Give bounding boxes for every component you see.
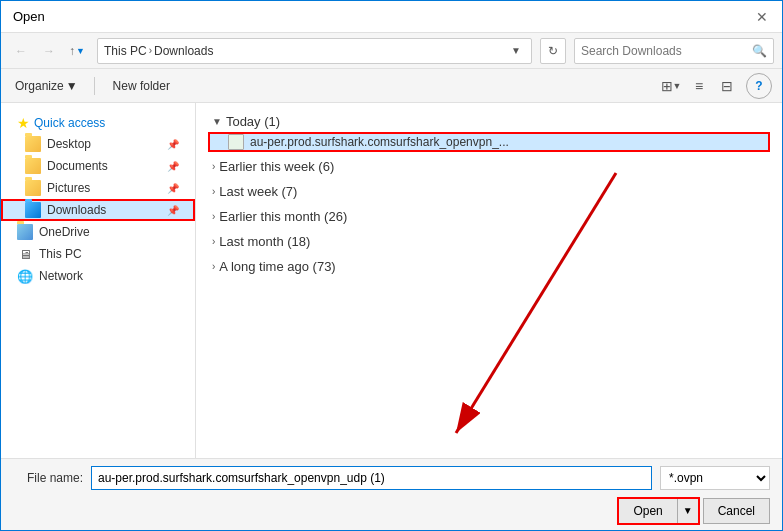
quick-access-header: ★ Quick access [1,111,195,133]
file-group-earlier-month: › Earlier this month (26) [208,206,770,227]
grid-view-dropdown-icon[interactable]: ▼ [673,81,682,91]
new-folder-label: New folder [113,79,170,93]
file-group-header-last-week[interactable]: › Last week (7) [208,181,770,202]
forward-button[interactable]: → [37,39,61,63]
sidebar-item-onedrive[interactable]: OneDrive [1,221,195,243]
view-buttons: ⊞ ▼ ≡ ⊟ ? [658,73,772,99]
file-group-long-ago: › A long time ago (73) [208,256,770,277]
pictures-folder-icon [25,180,41,196]
quick-access-label: Quick access [34,116,105,130]
file-group-title: Earlier this month (26) [219,209,347,224]
action-row: Open ▼ Cancel [13,498,770,524]
filename-label: File name: [13,471,83,485]
navigation-toolbar: ← → ↑ ▼ This PC › Downloads ▼ ↻ 🔍 [1,33,782,69]
open-button-dropdown[interactable]: ▼ [678,499,698,523]
main-content: ★ Quick access Desktop 📌 Documents 📌 Pic… [1,103,782,458]
file-group-title: Last week (7) [219,184,297,199]
filename-row: File name: *.ovpn [13,466,770,490]
list-view-icon: ≡ [695,78,703,94]
grid-view-button[interactable]: ⊞ ▼ [658,73,684,99]
sidebar: ★ Quick access Desktop 📌 Documents 📌 Pic… [1,103,196,458]
help-button[interactable]: ? [746,73,772,99]
file-group-header-today[interactable]: ▼ Today (1) [208,111,770,132]
filename-input[interactable] [91,466,652,490]
sidebar-item-network[interactable]: 🌐 Network [1,265,195,287]
up-button[interactable]: ↑ ▼ [65,39,89,63]
breadcrumb-this-pc[interactable]: This PC [104,44,147,58]
expand-arrow-icon: › [212,211,215,222]
close-button[interactable]: ✕ [754,9,770,25]
file-group-title: Earlier this week (6) [219,159,334,174]
star-icon: ★ [17,115,30,131]
file-group-last-month: › Last month (18) [208,231,770,252]
pin-icon: 📌 [167,161,179,172]
divider [94,77,95,95]
sidebar-item-label: Pictures [47,181,90,195]
cancel-button[interactable]: Cancel [703,498,770,524]
file-area: ▼ Today (1) au-per.prod.surfshark.comsur… [196,103,782,458]
sidebar-item-label: Desktop [47,137,91,151]
pin-icon: 📌 [167,183,179,194]
bottom-bar: File name: *.ovpn Open ▼ Cancel [1,458,782,530]
pin-icon: 📌 [167,139,179,150]
pane-view-button[interactable]: ⊟ [714,73,740,99]
downloads-folder-icon [25,202,41,218]
back-button[interactable]: ← [9,39,33,63]
file-group-header-long-ago[interactable]: › A long time ago (73) [208,256,770,277]
refresh-button[interactable]: ↻ [540,38,566,64]
documents-folder-icon [25,158,41,174]
sidebar-item-label: Downloads [47,203,106,217]
search-box[interactable]: 🔍 [574,38,774,64]
organize-arrow-icon: ▼ [66,79,78,93]
search-input[interactable] [581,44,752,58]
sidebar-item-label: This PC [39,247,82,261]
file-item-label: au-per.prod.surfshark.comsurfshark_openv… [250,135,509,149]
onedrive-icon [17,224,33,240]
file-group-today: ▼ Today (1) au-per.prod.surfshark.comsur… [208,111,770,152]
file-icon [228,134,244,150]
file-group-title: A long time ago (73) [219,259,335,274]
file-item-1[interactable]: au-per.prod.surfshark.comsurfshark_openv… [208,132,770,152]
desktop-folder-icon [25,136,41,152]
file-group-header-earlier-week[interactable]: › Earlier this week (6) [208,156,770,177]
expand-arrow-icon: ▼ [212,116,222,127]
open-dialog: Open ✕ ← → ↑ ▼ This PC › Downloads ▼ ↻ 🔍… [0,0,783,531]
file-group-header-earlier-month[interactable]: › Earlier this month (26) [208,206,770,227]
organize-label: Organize [15,79,64,93]
sidebar-item-desktop[interactable]: Desktop 📌 [1,133,195,155]
open-button-main[interactable]: Open [619,499,677,523]
file-group-title: Last month (18) [219,234,310,249]
pc-icon: 🖥 [17,246,33,262]
breadcrumb-separator: › [149,45,152,56]
help-icon: ? [755,79,762,93]
organize-button[interactable]: Organize ▼ [11,77,82,95]
file-group-earlier-week: › Earlier this week (6) [208,156,770,177]
sidebar-item-thispc[interactable]: 🖥 This PC [1,243,195,265]
file-group-title: Today (1) [226,114,280,129]
breadcrumb-bar[interactable]: This PC › Downloads ▼ [97,38,532,64]
open-button-group[interactable]: Open ▼ [618,498,698,524]
cancel-label: Cancel [718,504,755,518]
expand-arrow-icon: › [212,161,215,172]
file-group-last-week: › Last week (7) [208,181,770,202]
list-view-button[interactable]: ≡ [686,73,712,99]
sidebar-item-pictures[interactable]: Pictures 📌 [1,177,195,199]
sidebar-item-label: Documents [47,159,108,173]
open-dropdown-icon: ▼ [683,505,693,516]
file-group-header-last-month[interactable]: › Last month (18) [208,231,770,252]
expand-arrow-icon: › [212,236,215,247]
up-dropdown-icon: ▼ [76,46,85,56]
sidebar-item-downloads[interactable]: Downloads 📌 [1,199,195,221]
pin-icon: 📌 [167,205,179,216]
sidebar-item-label: Network [39,269,83,283]
network-icon: 🌐 [17,268,33,284]
expand-arrow-icon: › [212,186,215,197]
expand-arrow-icon: › [212,261,215,272]
up-arrow-icon: ↑ [69,44,75,58]
filetype-select[interactable]: *.ovpn [660,466,770,490]
breadcrumb-dropdown-icon[interactable]: ▼ [507,45,525,56]
sidebar-item-documents[interactable]: Documents 📌 [1,155,195,177]
grid-view-icon: ⊞ [661,78,673,94]
new-folder-button[interactable]: New folder [107,77,176,95]
breadcrumb-downloads[interactable]: Downloads [154,44,213,58]
